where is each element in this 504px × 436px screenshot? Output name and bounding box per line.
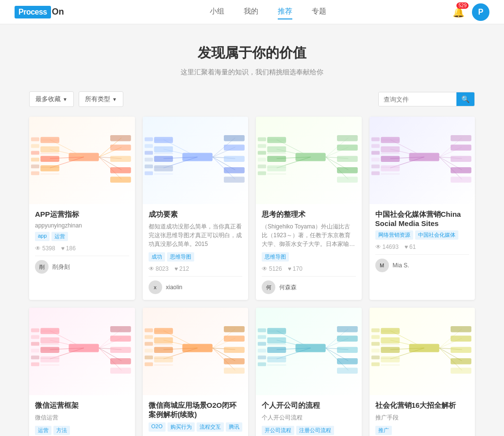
svg-rect-104	[381, 146, 400, 152]
svg-rect-199	[267, 356, 286, 362]
svg-rect-135	[40, 337, 59, 343]
likes-stat: ♥ 170	[288, 265, 302, 272]
card-thumbnail	[256, 308, 362, 395]
svg-rect-48	[224, 167, 245, 173]
heart-icon: ♥	[404, 244, 408, 250]
card-title: 微信运营框架	[35, 401, 129, 410]
svg-rect-24	[31, 151, 39, 155]
svg-rect-46	[224, 144, 245, 150]
svg-rect-141	[110, 358, 131, 364]
card-tags: app运营	[35, 232, 129, 241]
search-box: 🔍	[378, 92, 475, 106]
card-desc: 微信运营	[35, 413, 129, 422]
card-tag: app	[35, 232, 50, 241]
card-body: APP运营指标 appyunyingzhinan app运营 👁 5398 ♥ …	[29, 204, 135, 279]
card-thumbnail	[143, 117, 249, 204]
svg-rect-239	[371, 335, 379, 339]
card-3[interactable]: 思考的整理术 （Shigehiko Toyama）外山滋比古比（1923～）著，…	[256, 117, 362, 300]
svg-rect-115	[371, 144, 379, 148]
svg-rect-45	[224, 135, 245, 141]
author-avatar: M	[375, 259, 389, 272]
card-thumbnail	[370, 117, 475, 204]
card-5[interactable]: 微信运营框架 微信运营 运营方法 👁 4330 ♥ 116 村 村建飞	[29, 308, 135, 436]
card-title: 中国社会化媒体营销China Social Media Sites	[375, 210, 470, 227]
svg-rect-247	[371, 363, 379, 366]
search-input[interactable]	[379, 93, 456, 106]
svg-rect-18	[110, 176, 131, 182]
card-thumbnail	[256, 117, 362, 204]
nav-item-mine[interactable]: 我的	[244, 4, 258, 19]
nav-item-group[interactable]: 小组	[210, 4, 224, 19]
notification-button[interactable]: 🔔 529	[453, 6, 465, 18]
heart-icon: ♥	[288, 265, 291, 272]
eye-icon: 👁	[35, 245, 41, 252]
heart-icon: ♥	[174, 265, 178, 272]
card-tag: 中国社会化媒体	[415, 230, 458, 240]
user-avatar[interactable]: P	[472, 3, 489, 21]
svg-rect-198	[267, 347, 286, 353]
main-nav: 小组 我的 推荐 专题	[84, 4, 453, 19]
type-filter-button[interactable]: 所有类型 ▼	[79, 91, 123, 107]
svg-rect-74	[267, 156, 286, 162]
author-avatar: x	[149, 280, 162, 294]
sort-filter-button[interactable]: 最多收藏 ▼	[29, 91, 74, 107]
card-4[interactable]: 中国社会化媒体营销China Social Media Sites 网络营销资源…	[370, 117, 475, 300]
author-name: Mia S.	[393, 262, 409, 269]
card-tag: 注册公司流程	[296, 426, 334, 435]
notification-badge: 529	[456, 2, 469, 9]
card-2[interactable]: 成功要素 都知道成功没那么简单，当你真正看完这张思维导图才真正可以明白，成功真没…	[143, 117, 249, 300]
search-button[interactable]: 🔍	[456, 92, 474, 106]
author-name: 削身刻	[52, 263, 70, 271]
svg-rect-90	[258, 165, 266, 169]
svg-rect-169	[224, 326, 245, 332]
card-tag: O2O	[149, 422, 166, 432]
nav-item-topic[interactable]: 专题	[312, 4, 326, 19]
svg-rect-150	[31, 349, 39, 353]
card-tag: 思维导图	[167, 252, 194, 262]
card-tags: 推广	[375, 426, 470, 435]
card-tag: 开公司流程	[262, 426, 294, 435]
svg-rect-172	[224, 358, 245, 364]
header-right: 🔔 529 P	[453, 3, 489, 21]
card-author-id: appyunyingzhinan	[35, 222, 129, 229]
svg-rect-140	[110, 347, 131, 353]
svg-rect-106	[381, 165, 400, 171]
card-title: APP运营指标	[35, 210, 129, 219]
card-desc: 都知道成功没那么简单，当你真正看完这张思维导图才真正可以明白，成功真没那么简单。…	[149, 222, 243, 248]
svg-rect-110	[451, 167, 471, 173]
card-title: 成功要素	[149, 210, 243, 219]
svg-rect-167	[154, 347, 173, 353]
svg-rect-119	[371, 158, 379, 162]
card-1[interactable]: APP运营指标 appyunyingzhinan app运营 👁 5398 ♥ …	[29, 117, 135, 300]
card-title: 个人开公司的流程	[262, 401, 356, 410]
card-thumbnail	[29, 117, 135, 204]
logo[interactable]: Process On	[15, 6, 64, 18]
svg-rect-22	[31, 144, 39, 148]
svg-rect-49	[224, 176, 245, 182]
card-8[interactable]: 社会化营销16大招全解析 推广手段 推广 👁 3712 ♥ 141 元 元	[370, 308, 475, 436]
card-body: 微信运营框架 微信运营 运营方法 👁 4330 ♥ 116 村 村建飞	[29, 395, 135, 436]
svg-rect-154	[31, 363, 39, 366]
svg-rect-179	[144, 342, 152, 346]
card-body: 成功要素 都知道成功没那么简单，当你真正看完这张思维导图才真正可以明白，成功真没…	[143, 204, 249, 300]
svg-rect-230	[381, 356, 400, 362]
views-stat: 👁 5398	[35, 245, 55, 252]
svg-rect-51	[144, 138, 152, 141]
svg-rect-12	[40, 156, 59, 162]
card-body: 社会化营销16大招全解析 推广手段 推广 👁 3712 ♥ 141 元 元	[370, 395, 475, 436]
card-6[interactable]: 微信商城应用场景O2O闭环案例解析(续致) O2O购买行为流程交互腾讯 我 我的…	[143, 308, 249, 436]
svg-rect-142	[110, 367, 131, 373]
svg-rect-113	[371, 138, 379, 141]
card-thumbnail	[143, 308, 249, 395]
svg-rect-59	[144, 165, 152, 169]
eye-icon: 👁	[375, 244, 381, 250]
svg-rect-152	[31, 356, 39, 360]
svg-rect-15	[110, 144, 131, 150]
card-stats: 👁 8023 ♥ 212	[149, 265, 243, 272]
logo-box: Process	[15, 6, 51, 18]
nav-item-recommend[interactable]: 推荐	[278, 4, 292, 19]
svg-rect-16	[110, 156, 131, 162]
svg-rect-201	[337, 335, 358, 341]
card-7[interactable]: 个人开公司的流程 个人开公司流程 开公司流程注册公司流程	[256, 308, 362, 436]
svg-rect-88	[258, 158, 266, 162]
